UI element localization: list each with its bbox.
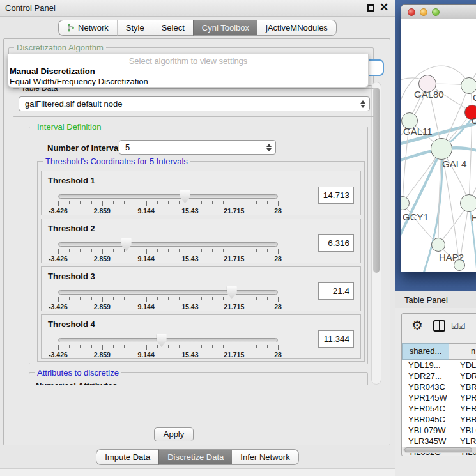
tab-label: Discretize Data xyxy=(167,452,224,462)
apply-button[interactable]: Apply xyxy=(154,427,194,441)
table-cell: YLR3 xyxy=(449,436,476,447)
tab-label: jActiveMNodules xyxy=(266,23,328,33)
top-tab-bar: Network Style Select Cyni Toolbox jActiv… xyxy=(0,20,395,36)
thresholds-list: Threshold 1 -3.4262.8599.14415.4321.7152… xyxy=(41,171,361,362)
table-row[interactable]: YBL079WYBL0 xyxy=(402,425,476,436)
column-header-name[interactable]: n xyxy=(449,343,476,360)
number-of-intervals-label: Number of Intervals xyxy=(47,143,125,153)
threshold-slider[interactable]: -3.4262.8599.14415.4321.71528 xyxy=(58,189,278,215)
table-row[interactable]: YDR27...YDR2 xyxy=(402,371,476,381)
checkbox-icons[interactable]: ☑☑ xyxy=(451,321,464,331)
network-node[interactable] xyxy=(454,259,465,271)
table-panel-region: Table Panel ⚙ ☑☑ shared... n YDL19...YDL… xyxy=(395,291,476,476)
table-panel-title: Table Panel xyxy=(404,295,448,305)
threshold-value-field[interactable]: 11.344 xyxy=(318,330,354,348)
column-header-shared-name[interactable]: shared... xyxy=(402,343,449,360)
table-cell: YBR045C xyxy=(402,414,449,425)
split-columns-icon[interactable] xyxy=(433,320,445,332)
slider-ticks xyxy=(58,345,278,350)
slider-track[interactable] xyxy=(58,242,278,247)
threshold-value-field[interactable]: 14.713 xyxy=(318,187,354,204)
popup-option-equal-width[interactable]: Equal Width/Frequency Discretization xyxy=(10,77,148,86)
settings-scroll-area: Interval Definition Number of Intervals … xyxy=(5,82,371,385)
panel-title: Control Panel xyxy=(5,3,56,13)
tab-select[interactable]: Select xyxy=(153,20,193,36)
threshold-value-field[interactable]: 6.316 xyxy=(318,234,354,252)
network-node[interactable] xyxy=(431,138,452,160)
group-title: Interval Definition xyxy=(35,122,104,132)
slider-track[interactable] xyxy=(58,194,278,199)
threshold-slider[interactable]: -3.4262.8599.14415.4321.71528 xyxy=(58,285,278,311)
table-horizontal-scrollbar[interactable] xyxy=(403,447,476,453)
threshold-label: Threshold 3 xyxy=(48,272,95,281)
network-node[interactable] xyxy=(431,238,445,252)
table-panel-titlebar: Table Panel xyxy=(395,291,476,308)
table-cell: YDR27... xyxy=(402,371,449,381)
slider-track[interactable] xyxy=(58,338,278,342)
table-row[interactable]: YBR043CYBR0 xyxy=(402,381,476,392)
table-data-select[interactable]: galFiltered.sif default node xyxy=(19,96,370,111)
table-row[interactable]: YBR045CYBR0 xyxy=(402,414,476,425)
spinner-icon[interactable] xyxy=(266,143,272,152)
tab-cyni-toolbox[interactable]: Cyni Toolbox xyxy=(193,20,257,36)
slider-track[interactable] xyxy=(58,290,278,295)
table-data-group: Table Data galFiltered.sif default node xyxy=(13,88,374,117)
table-cell: YDL1 xyxy=(449,360,476,371)
node-table: shared... n YDL19...YDL1YDR27...YDR2YBR0… xyxy=(402,343,476,447)
gear-icon[interactable]: ⚙ xyxy=(411,318,423,333)
slider-tick-labels: -3.4262.8599.14415.4321.71528 xyxy=(58,351,278,358)
tab-label: Network xyxy=(78,23,109,33)
tab-network[interactable]: Network xyxy=(58,20,117,36)
table-row[interactable]: YLR345WYLR3 xyxy=(402,436,476,447)
network-node-label: GAL4 xyxy=(442,158,466,169)
threshold-label: Threshold 4 xyxy=(48,319,95,329)
table-row[interactable]: YER054CYER0 xyxy=(402,403,476,414)
table-cell: YPR145W xyxy=(402,392,449,403)
tab-impute-data[interactable]: Impute Data xyxy=(96,449,158,465)
group-title: Threshold's Coordinates for 5 Intervals xyxy=(43,157,190,166)
popup-option-manual-discretization[interactable]: Manual Discretization xyxy=(10,66,95,76)
network-node[interactable] xyxy=(460,194,476,212)
tab-jactivemnodules[interactable]: jActiveMNodules xyxy=(257,20,337,36)
network-window[interactable]: GAL80GACGAL11GAL4GCY1HHAP2 xyxy=(401,4,476,272)
tab-label: Select xyxy=(162,23,185,33)
panel-scrollbar[interactable] xyxy=(371,82,381,385)
number-of-intervals-select[interactable]: 5 xyxy=(119,140,276,155)
table-cell: YDR2 xyxy=(449,371,476,381)
table-row[interactable]: YDL19...YDL1 xyxy=(402,360,476,371)
screen: Control Panel ✕ Network Style Select Cyn… xyxy=(0,0,476,476)
table-cell: YPR1 xyxy=(449,392,476,403)
tab-style[interactable]: Style xyxy=(117,20,153,36)
threshold-slider[interactable]: -3.4262.8599.14415.4321.71528 xyxy=(58,333,278,358)
slider-tick-labels: -3.4262.8599.14415.4321.71528 xyxy=(58,255,278,263)
network-window-titlebar[interactable] xyxy=(401,5,476,19)
slider-ticks xyxy=(58,297,278,302)
table-cell: YBL079W xyxy=(402,425,449,436)
tab-discretize-data[interactable]: Discretize Data xyxy=(158,449,232,465)
spinner-icon[interactable] xyxy=(360,100,366,109)
thresholds-group: Threshold's Coordinates for 5 Intervals … xyxy=(37,161,365,362)
close-traffic-icon[interactable] xyxy=(408,8,415,16)
threshold-value-field[interactable]: 21.4 xyxy=(318,282,354,300)
interval-definition-group: Interval Definition Number of Intervals … xyxy=(29,127,368,364)
popup-hint: Select algorithm to view settings xyxy=(8,56,368,66)
close-icon[interactable]: ✕ xyxy=(380,1,388,14)
table-rows: YDL19...YDL1YDR27...YDR2YBR043CYBR0YPR14… xyxy=(402,360,476,456)
network-icon xyxy=(67,24,75,32)
threshold-slider[interactable]: -3.4262.8599.14415.4321.71528 xyxy=(58,237,278,263)
control-panel-titlebar: Control Panel ✕ xyxy=(0,0,395,17)
minimize-traffic-icon[interactable] xyxy=(420,8,427,16)
tab-label: Impute Data xyxy=(105,452,150,462)
table-row[interactable]: YPR145WYPR1 xyxy=(402,392,476,403)
bottom-tab-bar: Impute Data Discretize Data Infer Networ… xyxy=(0,449,395,465)
slider-ticks xyxy=(58,249,278,254)
table-cell: YBR0 xyxy=(449,414,476,425)
scrollbar-thumb[interactable] xyxy=(404,447,472,452)
network-node-label: C xyxy=(472,115,476,126)
float-window-icon[interactable] xyxy=(367,4,374,12)
table-cell: YBR0 xyxy=(449,381,476,392)
zoom-traffic-icon[interactable] xyxy=(432,8,440,16)
network-canvas[interactable]: GAL80GACGAL11GAL4GCY1HHAP2 xyxy=(401,19,476,272)
tab-infer-network[interactable]: Infer Network xyxy=(232,449,298,465)
algorithm-dropdown-popup: Select algorithm to view settings Manual… xyxy=(8,54,369,88)
